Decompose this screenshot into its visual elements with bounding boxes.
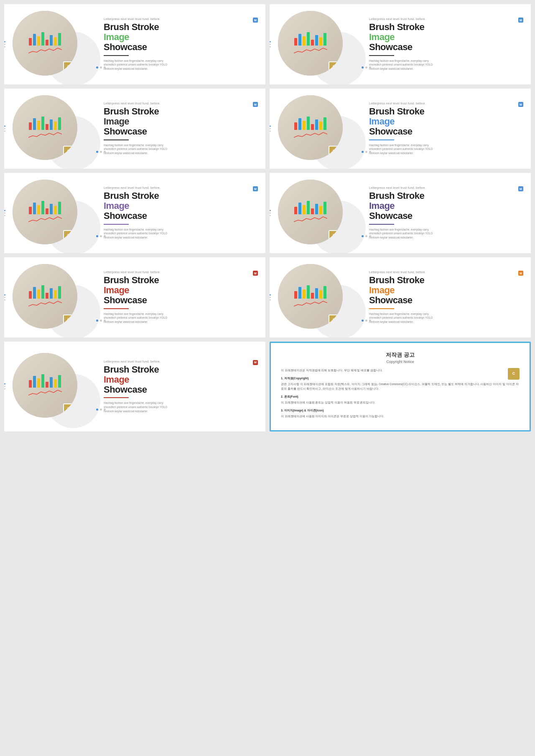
slide-nav-8	[362, 320, 371, 322]
nav-dot	[369, 320, 371, 322]
slide-label-5: Letterpress next level trust fund. befor…	[104, 186, 258, 189]
line-chart	[28, 216, 62, 223]
side-dot	[4, 41, 5, 43]
slide-desc-3: Hashtag fashion axe fingerstache. everyd…	[104, 143, 175, 155]
slide-title-line3-8: Showcase	[369, 295, 523, 305]
bar	[46, 124, 48, 130]
side-nav-3	[4, 126, 5, 132]
bar	[315, 35, 318, 46]
nav-dot	[365, 66, 367, 68]
slide-content-4: M Letterpress next level trust fund. bef…	[362, 102, 523, 155]
slide-divider-5	[104, 224, 129, 225]
bar	[41, 201, 44, 214]
slide-image-5: C	[13, 180, 77, 244]
bar	[54, 290, 57, 299]
badge-c: C	[63, 403, 74, 414]
slide-image-area-3: C	[8, 95, 96, 162]
side-dot	[4, 297, 5, 298]
slide-grid: C M Letterpress next level trust fund. b…	[4, 4, 531, 431]
nav-dot	[104, 408, 106, 411]
bar	[298, 118, 301, 130]
bar	[29, 38, 32, 46]
nav-dot	[365, 320, 367, 322]
nav-dot	[96, 66, 98, 68]
bar	[298, 34, 301, 46]
side-dot	[270, 126, 271, 127]
badge-c: C	[329, 315, 339, 325]
bar	[294, 38, 297, 46]
slide-4: C M Letterpress next level trust fund. b…	[270, 89, 531, 169]
slide-title-line3-7: Showcase	[104, 295, 258, 305]
bar	[298, 287, 301, 299]
slide-nav-5	[96, 235, 106, 237]
chart-bars	[29, 117, 61, 130]
slide-content-3: M Letterpress next level trust fund. bef…	[96, 102, 258, 155]
copyright-section-2: 1. 저작권(Copyright) 관련 고지사항 이 프레젠테이션에 포함된 …	[281, 376, 520, 391]
chart-bars	[294, 285, 326, 299]
bar	[37, 289, 40, 299]
slide-title-line1-9: Brush Stroke	[104, 365, 258, 375]
bar	[58, 286, 61, 299]
slide-image-area-8: C	[274, 264, 362, 331]
slide-image-1: C	[13, 11, 77, 76]
slide-title-line1-4: Brush Stroke	[369, 107, 523, 117]
bar	[319, 37, 322, 46]
slide-image-7: C	[13, 264, 77, 329]
chart-bars	[294, 117, 326, 130]
bar	[46, 208, 48, 214]
side-nav-7	[4, 294, 5, 301]
chart-bars	[294, 201, 326, 214]
nav-dot	[369, 66, 371, 68]
logo-icon: M	[253, 18, 258, 23]
bar	[37, 378, 40, 388]
side-dot	[270, 213, 271, 214]
nav-dot	[96, 151, 98, 153]
slide-content-5: M Letterpress next level trust fund. bef…	[96, 186, 258, 240]
nav-dot	[96, 320, 98, 322]
side-dot	[4, 215, 5, 216]
slide-image-area-6: C	[274, 180, 362, 246]
logo-icon: M	[518, 18, 523, 23]
copyright-title: 저작권 공고	[386, 351, 415, 359]
nav-dot	[100, 408, 102, 411]
copyright-subtitle: Copyright Notice	[386, 360, 414, 364]
side-nav-5	[4, 210, 5, 216]
bar	[41, 32, 44, 46]
side-nav-1	[4, 41, 5, 48]
slide-image-area-4: C	[274, 95, 362, 162]
side-dot	[270, 131, 271, 132]
slide-2: C M Letterpress next level trust fund. b…	[270, 4, 531, 84]
slide-image-8: C	[278, 264, 343, 329]
bar	[50, 288, 53, 299]
badge-c: C	[63, 146, 74, 157]
side-dot	[4, 126, 5, 127]
logo-icon: M	[253, 271, 258, 276]
slide-label-4: Letterpress next level trust fund. befor…	[369, 102, 523, 105]
slide-desc-4: Hashtag fashion axe fingerstache. everyd…	[369, 143, 440, 155]
copyright-section-title: 2. 폰트(Font)	[281, 394, 520, 399]
bar	[58, 375, 61, 388]
nav-dot	[100, 235, 102, 237]
logo-top-8: M	[518, 271, 523, 276]
side-nav-4	[270, 126, 271, 132]
side-dot	[4, 383, 5, 385]
slide-desc-6: Hashtag fashion axe fingerstache. everyd…	[369, 228, 440, 240]
slide-9: C M Letterpress next level trust fund. b…	[4, 342, 265, 431]
bar	[58, 33, 61, 46]
copyright-section-text: 이 프레젠테이션에 사용된 폰트는 상업적 이용이 허용된 무료 폰트입니다.	[281, 400, 520, 405]
slide-content-8: M Letterpress next level trust fund. bef…	[362, 271, 523, 324]
chart-bars	[29, 285, 61, 299]
slide-content-7: M Letterpress next level trust fund. bef…	[96, 271, 258, 324]
slide-nav-7	[96, 320, 106, 322]
bar	[319, 206, 322, 214]
nav-dot	[100, 151, 102, 153]
slide-desc-2: Hashtag fashion axe fingerstache. everyd…	[369, 59, 440, 71]
logo-top-7: M	[253, 271, 258, 276]
badge-c: C	[63, 315, 74, 325]
bar	[303, 121, 306, 130]
slide-1: C M Letterpress next level trust fund. b…	[4, 4, 265, 84]
nav-dot	[96, 235, 98, 237]
side-dot	[270, 46, 271, 48]
slide-image-area-5: C	[8, 180, 96, 246]
line-chart	[294, 47, 327, 55]
